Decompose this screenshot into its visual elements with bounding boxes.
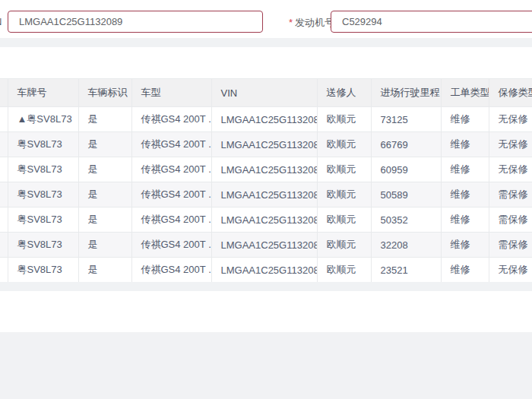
- column-header-sender[interactable]: 送修人: [317, 79, 371, 107]
- plate-cell: 粤SV8L73: [8, 132, 78, 157]
- warranty-cell: 需保修: [489, 233, 532, 258]
- leading-cell: [0, 207, 8, 233]
- flag-cell: 是: [78, 258, 131, 283]
- engine-number-input[interactable]: [331, 11, 532, 33]
- column-header-warranty[interactable]: 保修类型: [489, 79, 532, 107]
- warranty-cell: 需保修: [489, 207, 532, 233]
- model-cell: 传祺GS4 200T ...: [131, 157, 211, 182]
- sender-cell: 欧顺元: [317, 207, 371, 233]
- leading-cell: [0, 258, 8, 283]
- model-cell: 传祺GS4 200T ...: [131, 132, 211, 157]
- leading-cell: [0, 132, 8, 157]
- table-row[interactable]: ▲粤SV8L73是传祺GS4 200T ...LMGAA1C25G1132089…: [0, 107, 532, 132]
- required-asterisk: *: [289, 17, 293, 28]
- leading-cell: [0, 233, 8, 258]
- table-row[interactable]: 粤SV8L73是传祺GS4 200T ...LMGAA1C25G1132089欧…: [0, 182, 532, 207]
- warranty-cell: 无保修: [489, 107, 532, 132]
- warranty-cell: 无保修: [489, 157, 532, 182]
- vin-cell: LMGAA1C25G1132089: [211, 132, 317, 157]
- model-cell: 传祺GS4 200T ...: [131, 207, 211, 233]
- section-divider: [0, 38, 532, 47]
- section-divider: [0, 282, 532, 291]
- model-cell: 传祺GS4 200T ...: [131, 258, 211, 283]
- order-type-cell: 维修: [441, 157, 489, 182]
- vin-cell: LMGAA1C25G1132089: [211, 182, 317, 207]
- leading-cell: [0, 107, 8, 132]
- vin-cell: LMGAA1C25G1132089: [211, 233, 317, 258]
- model-cell: 传祺GS4 200T ...: [131, 182, 211, 207]
- page-footer-area: [0, 332, 532, 399]
- order-type-cell: 维修: [441, 132, 489, 157]
- vin-input[interactable]: [8, 11, 263, 33]
- flag-cell: 是: [78, 182, 131, 207]
- column-header-flag[interactable]: 车辆标识: [78, 79, 131, 107]
- flag-cell: 是: [78, 132, 131, 157]
- plate-cell: ▲粤SV8L73: [8, 107, 78, 132]
- engine-number-label-text: 发动机号: [295, 17, 334, 28]
- mileage-cell: 50352: [371, 207, 441, 233]
- warranty-cell: 需保修: [489, 182, 532, 207]
- warranty-cell: 无保修: [489, 132, 532, 157]
- mileage-cell: 66769: [371, 132, 441, 157]
- model-cell: 传祺GS4 200T ...: [131, 233, 211, 258]
- vin-cell: LMGAA1C25G1132089: [211, 258, 317, 283]
- vehicle-form-row: * VIN *发动机号: [0, 0, 532, 38]
- flag-cell: 是: [78, 107, 131, 132]
- plate-cell: 粤SV8L73: [8, 157, 78, 182]
- order-type-cell: 维修: [441, 182, 489, 207]
- engine-number-label: *发动机号: [289, 16, 334, 30]
- flag-cell: 是: [78, 233, 131, 258]
- sender-cell: 欧顺元: [317, 258, 371, 283]
- leading-column-header: [0, 79, 8, 107]
- table-row[interactable]: 粤SV8L73是传祺GS4 200T ...LMGAA1C25G1132089欧…: [0, 233, 532, 258]
- column-header-plate[interactable]: 车牌号: [8, 79, 78, 107]
- table-header-row: 车牌号 车辆标识 车型 VIN 送修人 进场行驶里程 工单类型 保修类型: [0, 79, 532, 107]
- vin-cell: LMGAA1C25G1132089: [211, 107, 317, 132]
- mileage-cell: 50589: [371, 182, 441, 207]
- leading-cell: [0, 182, 8, 207]
- vin-label: * VIN: [0, 16, 2, 27]
- warranty-cell: 无保修: [489, 258, 532, 283]
- flag-cell: 是: [78, 157, 131, 182]
- mileage-cell: 23521: [371, 258, 441, 283]
- table-row[interactable]: 粤SV8L73是传祺GS4 200T ...LMGAA1C25G1132089欧…: [0, 258, 532, 283]
- order-type-cell: 维修: [441, 258, 489, 283]
- vin-cell: LMGAA1C25G1132089: [211, 157, 317, 182]
- mileage-cell: 73125: [371, 107, 441, 132]
- mileage-cell: 60959: [371, 157, 441, 182]
- order-type-cell: 维修: [441, 233, 489, 258]
- plate-cell: 粤SV8L73: [8, 258, 78, 283]
- sender-cell: 欧顺元: [317, 157, 371, 182]
- sender-cell: 欧顺元: [317, 233, 371, 258]
- table-row[interactable]: 粤SV8L73是传祺GS4 200T ...LMGAA1C25G1132089欧…: [0, 207, 532, 233]
- flag-cell: 是: [78, 207, 131, 233]
- vehicle-history-table: 车牌号 车辆标识 车型 VIN 送修人 进场行驶里程 工单类型 保修类型 ▲粤S…: [0, 78, 532, 283]
- plate-cell: 粤SV8L73: [8, 233, 78, 258]
- table-row[interactable]: 粤SV8L73是传祺GS4 200T ...LMGAA1C25G1132089欧…: [0, 132, 532, 157]
- leading-cell: [0, 157, 8, 182]
- plate-cell: 粤SV8L73: [8, 207, 78, 233]
- model-cell: 传祺GS4 200T ...: [131, 107, 211, 132]
- order-type-cell: 维修: [441, 107, 489, 132]
- plate-cell: 粤SV8L73: [8, 182, 78, 207]
- sender-cell: 欧顺元: [317, 107, 371, 132]
- order-type-cell: 维修: [441, 207, 489, 233]
- column-header-mileage[interactable]: 进场行驶里程: [371, 79, 441, 107]
- column-header-ordertype[interactable]: 工单类型: [441, 79, 489, 107]
- vin-cell: LMGAA1C25G1132089: [211, 207, 317, 233]
- table-row[interactable]: 粤SV8L73是传祺GS4 200T ...LMGAA1C25G1132089欧…: [0, 157, 532, 182]
- mileage-cell: 32208: [371, 233, 441, 258]
- column-header-model[interactable]: 车型: [131, 79, 211, 107]
- sender-cell: 欧顺元: [317, 132, 371, 157]
- column-header-vin[interactable]: VIN: [211, 79, 317, 107]
- sender-cell: 欧顺元: [317, 182, 371, 207]
